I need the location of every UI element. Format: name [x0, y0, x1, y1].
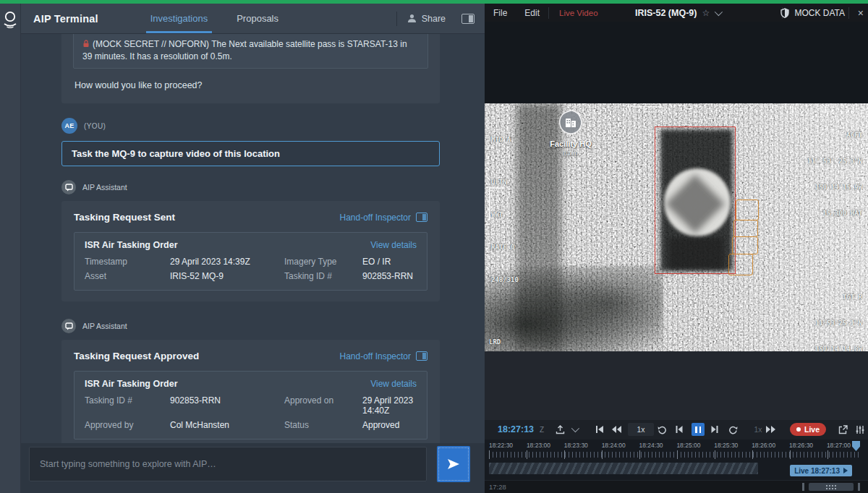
video-timeline[interactable]: 18:22:30 18:23:00 18:23:30 18:24:00 18:2…: [485, 440, 868, 480]
live-video-indicator[interactable]: Live Video: [549, 9, 608, 17]
assistant-question: How would you like to proceed?: [73, 80, 428, 93]
favorite-star-icon[interactable]: ☆: [702, 8, 710, 18]
user-message-header: AE (YOU): [61, 118, 440, 134]
chat-bubble-icon: [65, 184, 73, 192]
share-button[interactable]: Share: [407, 14, 446, 24]
tab-bar: Investigations Proposals: [136, 4, 293, 33]
target-bounding-box[interactable]: [655, 127, 736, 274]
pause-button[interactable]: [692, 423, 705, 436]
assistant-header: AIP Assistant: [61, 319, 440, 333]
reticle-frame: [626, 106, 663, 116]
card-title: Tasking Request Sent: [74, 212, 175, 223]
timezone-label: Z: [540, 426, 544, 434]
rewind-button[interactable]: [610, 423, 622, 436]
grip-dots-icon: [826, 485, 827, 486]
isr-order-box: ISR Air Tasking Order View details Taski…: [74, 371, 427, 440]
chat-input[interactable]: [29, 447, 427, 481]
detection-box[interactable]: [733, 220, 758, 237]
assistant-header: AIP Assistant: [61, 180, 440, 194]
timeline-playhead[interactable]: [852, 441, 860, 451]
scroll-handle[interactable]: [809, 483, 854, 491]
video-settings-button[interactable]: [855, 423, 865, 436]
video-panel: File Edit Live Video IRIS-52 (MQ-9) ☆ MO…: [485, 0, 868, 493]
detection-box[interactable]: [728, 254, 753, 275]
sliders-icon: [856, 425, 864, 434]
hand-off-inspector-button[interactable]: Hand-off Inspector: [339, 351, 427, 361]
chevron-down-icon[interactable]: [715, 7, 723, 15]
redo-arc-icon: [728, 425, 738, 434]
menu-file[interactable]: File: [485, 8, 516, 18]
send-button[interactable]: [437, 446, 470, 482]
fast-forward-button[interactable]: [765, 423, 777, 436]
timeline-tick-labels: 18:22:30 18:23:00 18:23:30 18:24:00 18:2…: [489, 442, 851, 449]
hud-top-right: ACFT 11° 53' 25.3"N 150°14'15.9W 15,300 …: [807, 113, 862, 235]
isr-order-box: ISR Air Tasking Order View details Times…: [74, 232, 427, 291]
inspector-panel-icon: [416, 213, 427, 222]
tab-investigations[interactable]: Investigations: [136, 4, 223, 33]
step-forward-icon: [711, 425, 718, 434]
menu-divider: [848, 7, 849, 19]
close-icon[interactable]: ×: [858, 4, 864, 22]
chat-thread: (MOCK SECRET // NOFORN) The Next availab…: [21, 34, 485, 443]
person-icon: [407, 14, 417, 23]
facility-map-pin[interactable]: [558, 110, 584, 139]
reticle-tick: [825, 106, 826, 113]
export-dropdown[interactable]: [570, 423, 579, 436]
order-title: ISR Air Tasking Order: [85, 379, 178, 389]
timeline-ruler-major: [489, 450, 859, 459]
hud-bottom-left: LRD 1111: [489, 322, 520, 351]
jump-back-button[interactable]: [657, 423, 667, 436]
view-details-link[interactable]: View details: [370, 379, 417, 389]
classification-lock-icon: [82, 40, 90, 48]
chat-bubble-icon: [65, 322, 73, 330]
skip-start-icon: [595, 425, 604, 434]
card-title: Tasking Request Approved: [74, 351, 199, 361]
menu-edit[interactable]: Edit: [516, 8, 548, 18]
step-back-button[interactable]: [675, 423, 684, 436]
export-clip-button[interactable]: [554, 423, 566, 436]
order-fields: Timestamp 29 April 2023 14:39Z Imagery T…: [85, 257, 417, 281]
detection-box[interactable]: [732, 236, 758, 254]
left-header: AIP Terminal Investigations Proposals Sh…: [21, 4, 485, 34]
tasking-request-sent-card: Tasking Request Sent Hand-off Inspector …: [61, 201, 440, 301]
assistant-label: AIP Assistant: [82, 183, 127, 192]
scroll-edge-bar[interactable]: [802, 483, 804, 491]
jump-forward-button[interactable]: [728, 423, 738, 436]
shield-icon: [780, 8, 789, 18]
reticle-tick: [792, 106, 793, 113]
hud-target-readout: TGT R 11°53'25.1"N 150°14'14.8W ELV 2150…: [815, 275, 862, 351]
step-forward-button[interactable]: [710, 423, 719, 436]
avatar: AE: [61, 118, 77, 134]
scroll-edge-bar[interactable]: [858, 483, 860, 491]
classified-message: (MOCK SECRET // NOFORN) The Next availab…: [73, 34, 428, 69]
asset-title[interactable]: IRIS-52 (MQ-9): [635, 8, 697, 18]
recording-status-bar: [0, 0, 868, 4]
fast-forward-icon: [766, 425, 776, 434]
open-in-window-button[interactable]: [838, 423, 848, 436]
live-position-badge[interactable]: Live 18:27:13: [790, 465, 852, 476]
recorded-footage-band[interactable]: [489, 463, 758, 474]
timeline-start-time: 17:28: [489, 483, 506, 491]
detection-box[interactable]: [736, 200, 759, 220]
inspector-panel-icon: [416, 351, 427, 361]
drone-video-feed[interactable]: MTD A ULTN WWT RATE 0 248/310 ACFT 11° 5…: [485, 103, 868, 351]
chat-composer: [21, 443, 485, 493]
view-details-link[interactable]: View details: [370, 240, 417, 250]
playback-timestamp[interactable]: 18:27:13: [498, 424, 534, 434]
tab-proposals[interactable]: Proposals: [222, 4, 293, 33]
assistant-message-card: (MOCK SECRET // NOFORN) The Next availab…: [61, 34, 440, 103]
panel-spacer: [485, 351, 868, 420]
palantir-logo-icon[interactable]: [2, 10, 18, 29]
order-fields: Tasking ID # 902853-RRN Approved on 29 A…: [85, 395, 417, 430]
skip-to-start-button[interactable]: [595, 423, 605, 436]
live-dot-icon: [796, 427, 801, 432]
speed-selector[interactable]: 1x: [628, 423, 654, 436]
reticle-bracket: [489, 187, 505, 220]
live-button[interactable]: Live: [790, 423, 826, 436]
hand-off-inspector-button[interactable]: Hand-off Inspector: [339, 213, 427, 223]
assistant-avatar: [61, 180, 76, 194]
panel-toggle-icon[interactable]: [461, 14, 475, 24]
tasking-request-approved-card: Tasking Request Approved Hand-off Inspec…: [61, 340, 440, 443]
header-divider: [396, 12, 397, 26]
video-menubar: File Edit Live Video IRIS-52 (MQ-9) ☆ MO…: [485, 4, 868, 22]
